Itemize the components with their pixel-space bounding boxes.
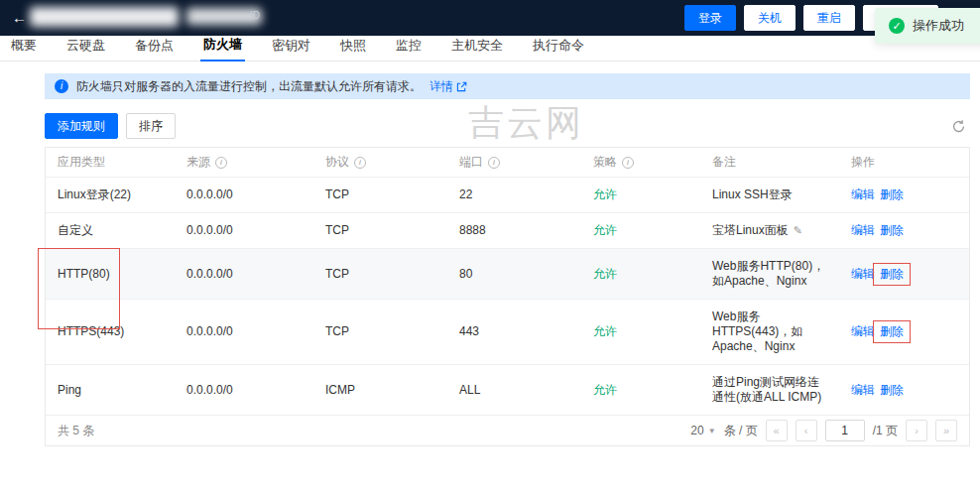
tab-run-command[interactable]: 执行命令: [530, 37, 587, 61]
info-icon[interactable]: i: [354, 157, 366, 169]
next-page-button[interactable]: ›: [906, 420, 927, 441]
source-cell: 0.0.0.0/0: [175, 365, 313, 415]
note-cell: 通过Ping测试网络连通性(放通ALL ICMP): [700, 365, 839, 415]
top-bar: ← ID 登录 关机 重启 重置密码: [0, 0, 980, 36]
sort-button[interactable]: 排序: [126, 113, 176, 139]
col-policy: 策略i: [581, 148, 700, 177]
edit-link[interactable]: 编辑: [851, 223, 875, 238]
policy-cell: 允许: [581, 213, 700, 248]
table-row: 自定义 0.0.0.0/0 TCP 8888 允许 宝塔Linux面板 ✎ 编辑…: [46, 213, 969, 249]
instance-id-label: ID: [250, 10, 260, 21]
note-cell: 宝塔Linux面板 ✎: [700, 213, 839, 248]
actions-cell: 编辑 删除: [839, 249, 969, 299]
tab-cloud-disk[interactable]: 云硬盘: [63, 37, 108, 61]
firewall-notice-banner: i 防火墙只对服务器的入流量进行控制，出流量默认允许所有请求。 详情: [45, 73, 970, 99]
col-port: 端口i: [447, 148, 581, 177]
table-row: Linux登录(22) 0.0.0.0/0 TCP 22 允许 Linux SS…: [46, 178, 969, 213]
shutdown-button[interactable]: 关机: [744, 5, 796, 31]
notice-details-link[interactable]: 详情: [429, 78, 467, 95]
delete-link[interactable]: 删除: [880, 223, 904, 238]
note-cell: Web服务HTTPS(443)，如Apache、Nginx: [700, 300, 839, 364]
page-total-label: /1 页: [873, 423, 898, 439]
tab-bar: 概要 云硬盘 备份点 防火墙 密钥对 快照 监控 主机安全 执行命令: [0, 36, 980, 62]
info-icon[interactable]: i: [488, 157, 500, 169]
page-size-value: 20: [690, 424, 703, 437]
protocol-cell: TCP: [313, 178, 447, 212]
tab-key-pair[interactable]: 密钥对: [269, 37, 313, 61]
blurred-instance-name: [30, 7, 179, 27]
source-cell: 0.0.0.0/0: [175, 300, 313, 364]
back-icon[interactable]: ←: [12, 9, 27, 26]
edit-link[interactable]: 编辑: [851, 267, 875, 282]
firewall-rules-table: 应用类型 来源i 协议i 端口i 策略i 备注 操作 Linux登录(22) 0…: [45, 147, 970, 446]
actions-cell: 编辑 删除: [839, 300, 969, 364]
main-content: i 防火墙只对服务器的入流量进行控制，出流量默认允许所有请求。 详情 添加规则 …: [45, 73, 970, 446]
app-type-cell: HTTPS(443): [46, 300, 175, 364]
tab-backup[interactable]: 备份点: [132, 37, 177, 61]
edit-link[interactable]: 编辑: [851, 324, 875, 339]
restart-button[interactable]: 重启: [803, 5, 855, 31]
table-footer: 共 5 条 20 ▼ 条 / 页 « ‹ /1 页 › »: [46, 416, 969, 445]
delete-link[interactable]: 删除: [880, 187, 904, 202]
delete-link-annotated[interactable]: 删除: [873, 320, 911, 343]
policy-cell: 允许: [581, 365, 700, 415]
table-row: HTTP(80) 0.0.0.0/0 TCP 80 允许 Web服务HTTP(8…: [46, 249, 969, 300]
col-note: 备注: [700, 148, 839, 177]
delete-link[interactable]: 删除: [880, 383, 904, 398]
tab-snapshot[interactable]: 快照: [337, 37, 369, 61]
col-protocol: 协议i: [313, 148, 447, 177]
last-page-button[interactable]: »: [935, 420, 957, 441]
note-cell: Web服务HTTP(80)，如Apache、Nginx: [700, 249, 839, 299]
prev-page-button[interactable]: ‹: [796, 420, 817, 441]
delete-link-annotated[interactable]: 删除: [873, 263, 911, 286]
firewall-console-page: ← ID 登录 关机 重启 重置密码 ✓ 操作成功 概要 云硬盘 备份点 防火墙…: [0, 0, 980, 496]
login-button[interactable]: 登录: [684, 5, 736, 31]
add-rule-button[interactable]: 添加规则: [45, 113, 118, 139]
col-source: 来源i: [175, 148, 313, 177]
port-cell: 443: [447, 300, 581, 364]
policy-cell: 允许: [581, 300, 700, 364]
port-cell: 8888: [447, 213, 581, 248]
first-page-button[interactable]: «: [766, 420, 788, 441]
col-app-type: 应用类型: [46, 148, 175, 177]
source-cell: 0.0.0.0/0: [175, 249, 313, 299]
edit-link[interactable]: 编辑: [851, 187, 875, 202]
table-header-row: 应用类型 来源i 协议i 端口i 策略i 备注 操作: [46, 148, 969, 178]
refresh-icon[interactable]: [951, 119, 966, 134]
total-count: 共 5 条: [58, 423, 94, 439]
edit-note-icon[interactable]: ✎: [794, 223, 802, 238]
per-page-label: 条 / 页: [724, 423, 758, 439]
tab-host-security[interactable]: 主机安全: [448, 37, 506, 61]
tab-firewall[interactable]: 防火墙: [200, 36, 245, 62]
edit-link[interactable]: 编辑: [851, 383, 875, 398]
col-actions: 操作: [839, 148, 969, 177]
details-link-label: 详情: [429, 78, 453, 95]
port-cell: ALL: [447, 365, 581, 415]
tab-monitor[interactable]: 监控: [393, 37, 425, 61]
chevron-down-icon: ▼: [708, 427, 716, 435]
policy-cell: 允许: [581, 249, 700, 299]
protocol-cell: TCP: [313, 213, 447, 248]
table-row: Ping 0.0.0.0/0 ICMP ALL 允许 通过Ping测试网络连通性…: [46, 365, 969, 416]
protocol-cell: ICMP: [313, 365, 447, 415]
policy-cell: 允许: [581, 178, 700, 212]
app-type-cell: 自定义: [46, 213, 175, 248]
toast-message: 操作成功: [913, 17, 964, 35]
source-cell: 0.0.0.0/0: [175, 213, 313, 248]
info-icon[interactable]: i: [215, 157, 227, 169]
notice-text: 防火墙只对服务器的入流量进行控制，出流量默认允许所有请求。: [76, 78, 422, 95]
info-icon[interactable]: i: [622, 157, 634, 169]
page-number-input[interactable]: [825, 420, 865, 441]
source-cell: 0.0.0.0/0: [175, 178, 313, 212]
pagination: 20 ▼ 条 / 页 « ‹ /1 页 › »: [690, 420, 957, 441]
actions-cell: 编辑 删除: [839, 178, 969, 212]
note-cell: Linux SSH登录: [700, 178, 839, 212]
page-size-select[interactable]: 20 ▼: [690, 424, 715, 437]
tab-overview[interactable]: 概要: [8, 37, 40, 61]
app-type-cell: Linux登录(22): [46, 178, 175, 212]
port-cell: 22: [447, 178, 581, 212]
info-icon: i: [55, 79, 68, 93]
external-link-icon: [456, 81, 467, 92]
check-circle-icon: ✓: [889, 18, 905, 34]
port-cell: 80: [447, 249, 581, 299]
